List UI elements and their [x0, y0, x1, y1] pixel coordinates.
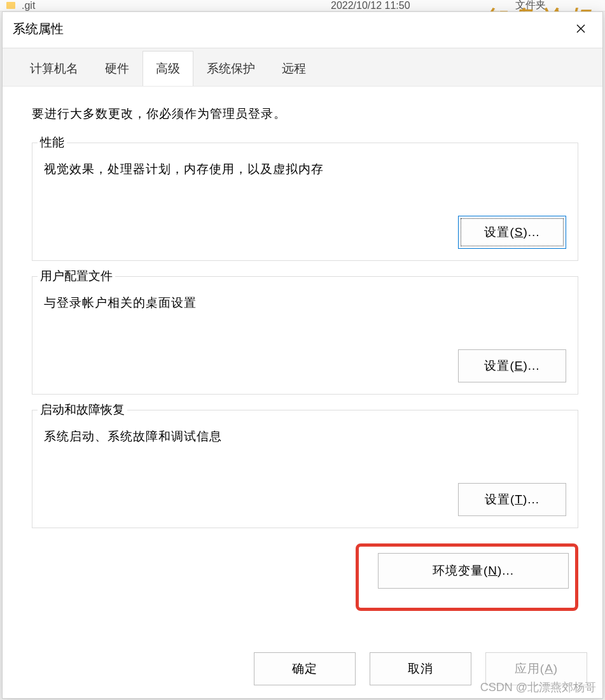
group-startup-legend: 启动和故障恢复: [38, 402, 127, 418]
close-button[interactable]: [568, 18, 594, 39]
apply-button[interactable]: 应用(A): [485, 652, 587, 685]
admin-note: 要进行大多数更改，你必须作为管理员登录。: [32, 106, 578, 122]
tab-advanced[interactable]: 高级: [143, 51, 193, 87]
group-user-profiles-desc: 与登录帐户相关的桌面设置: [44, 295, 566, 311]
tab-system-protection[interactable]: 系统保护: [193, 51, 268, 86]
tab-content-advanced: 要进行大多数更改，你必须作为管理员登录。 性能 视觉效果，处理器计划，内存使用，…: [3, 86, 602, 642]
group-performance: 性能 视觉效果，处理器计划，内存使用，以及虚拟内存 设置(S)...: [32, 143, 578, 261]
dialog-title: 系统属性: [13, 20, 64, 38]
bg-file-type: 文件夹: [515, 0, 546, 12]
group-user-profiles: 用户配置文件 与登录帐户相关的桌面设置 设置(E)...: [32, 276, 578, 395]
close-icon: [576, 24, 585, 33]
tab-remote[interactable]: 远程: [268, 51, 319, 86]
group-startup-recovery: 启动和故障恢复 系统启动、系统故障和调试信息 设置(T)...: [32, 410, 578, 528]
startup-settings-button[interactable]: 设置(T)...: [458, 483, 566, 516]
tab-computer-name[interactable]: 计算机名: [17, 51, 92, 86]
user-profiles-settings-button[interactable]: 设置(E)...: [458, 349, 566, 382]
highlight-annotation: 环境变量(N)...: [356, 543, 578, 611]
bg-file-date: 2022/10/12 11:50: [331, 0, 410, 11]
folder-icon: [6, 2, 15, 9]
explorer-row: .git 2022/10/12 11:50 文件夹: [0, 0, 605, 11]
dialog-footer: 确定 取消 应用(A): [3, 642, 602, 698]
group-performance-legend: 性能: [38, 134, 67, 151]
bg-file-name: .git: [22, 0, 35, 11]
tab-hardware[interactable]: 硬件: [92, 51, 143, 86]
performance-settings-button[interactable]: 设置(S)...: [458, 216, 566, 249]
environment-variables-button[interactable]: 环境变量(N)...: [378, 553, 569, 589]
cancel-button[interactable]: 取消: [370, 652, 471, 685]
ok-button[interactable]: 确定: [254, 652, 356, 685]
titlebar: 系统属性: [3, 12, 602, 48]
group-startup-desc: 系统启动、系统故障和调试信息: [44, 428, 566, 445]
tab-strip: 计算机名 硬件 高级 系统保护 远程: [3, 48, 602, 86]
system-properties-dialog: 系统属性 计算机名 硬件 高级 系统保护 远程 要进行大多数更改，你必须作为管理…: [2, 11, 603, 699]
env-row: 环境变量(N)...: [32, 543, 578, 611]
group-performance-desc: 视觉效果，处理器计划，内存使用，以及虚拟内存: [44, 161, 566, 178]
group-user-profiles-legend: 用户配置文件: [38, 268, 115, 284]
